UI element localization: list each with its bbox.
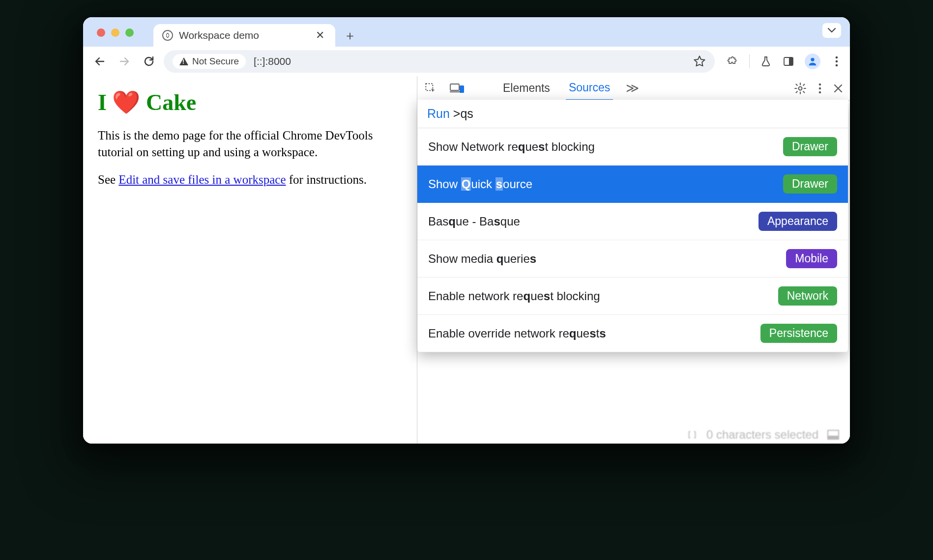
close-tab-button[interactable]: ✕	[314, 29, 326, 42]
command-item-label: Enable override network requests	[428, 327, 606, 340]
footer-text: 0 characters selected	[706, 428, 818, 442]
reload-button[interactable]	[139, 52, 159, 71]
tab-strip: Workspace demo ✕ ＋	[83, 17, 850, 47]
back-button[interactable]	[90, 52, 110, 71]
extensions-button[interactable]	[727, 55, 739, 68]
kebab-icon	[818, 83, 821, 94]
chevron-down-icon	[828, 28, 836, 33]
inspect-element-button[interactable]	[424, 82, 437, 95]
arrow-right-icon	[118, 56, 130, 67]
cmd-query-prefix: >	[453, 107, 461, 120]
heart-icon: ❤️	[112, 90, 140, 115]
security-label: Not Secure	[192, 56, 239, 67]
page-heading: I ❤️ Cake	[98, 89, 402, 115]
devtools-settings-button[interactable]	[794, 82, 807, 95]
devices-icon	[450, 83, 465, 94]
close-window-button[interactable]	[97, 28, 105, 37]
svg-point-12	[819, 87, 821, 89]
command-item-label: Show media queries	[428, 252, 536, 266]
svg-rect-1	[789, 57, 793, 65]
url-text: [::]:8000	[254, 56, 291, 67]
content-area: I ❤️ Cake This is the demo page for the …	[83, 76, 850, 444]
cmd-run-label: Run	[427, 107, 450, 120]
minimize-window-button[interactable]	[111, 28, 119, 37]
devtools-close-button[interactable]	[833, 84, 843, 93]
chrome-menu-button[interactable]	[830, 55, 843, 68]
gear-icon	[794, 82, 807, 95]
svg-rect-7	[450, 84, 459, 90]
tabs-dropdown-button[interactable]	[822, 23, 841, 38]
command-item-badge: Mobile	[786, 249, 837, 268]
para2-prefix: See	[98, 173, 118, 186]
command-menu-item[interactable]: Enable network request blockingNetwork	[417, 278, 848, 315]
command-item-label: Basque - Basque	[428, 215, 520, 228]
inspect-icon	[424, 82, 437, 95]
svg-point-4	[836, 60, 838, 63]
browser-tab[interactable]: Workspace demo ✕	[153, 24, 335, 47]
puzzle-icon	[727, 56, 739, 67]
new-tab-button[interactable]: ＋	[340, 26, 360, 45]
devtools-panel: Elements Sources ≫ Run	[417, 76, 850, 444]
command-item-badge: Drawer	[783, 137, 837, 156]
warning-icon	[179, 57, 188, 65]
forward-button[interactable]	[115, 52, 134, 71]
svg-point-2	[811, 58, 814, 61]
heading-prefix: I	[98, 90, 112, 115]
page-content: I ❤️ Cake This is the demo page for the …	[83, 76, 417, 444]
svg-point-3	[836, 56, 838, 59]
command-menu-item[interactable]: Show media queriesMobile	[417, 240, 848, 278]
security-chip[interactable]: Not Secure	[173, 54, 246, 69]
labs-button[interactable]	[759, 55, 772, 68]
cmd-query-text: qs	[460, 107, 473, 120]
more-tabs-button[interactable]: ≫	[626, 81, 639, 96]
brackets-icon	[687, 429, 698, 440]
arrow-left-icon	[94, 56, 106, 67]
tab-elements[interactable]: Elements	[500, 77, 553, 100]
svg-point-13	[819, 91, 821, 93]
heading-suffix: Cake	[140, 90, 196, 115]
browser-window: Workspace demo ✕ ＋ Not Secure [::]:8000	[83, 17, 850, 444]
tab-title: Workspace demo	[179, 29, 308, 41]
para2-suffix: for instructions.	[286, 173, 367, 186]
command-menu-item[interactable]: Show Network request blockingDrawer	[417, 128, 848, 166]
command-item-badge: Appearance	[758, 212, 837, 231]
command-menu-item[interactable]: Show Quick sourceDrawer	[417, 166, 848, 203]
command-menu: Run >qs Show Network request blockingDra…	[417, 100, 848, 352]
command-item-badge: Network	[778, 286, 837, 306]
command-menu-item[interactable]: Basque - BasqueAppearance	[417, 203, 848, 240]
command-item-label: Show Network request blocking	[428, 140, 595, 154]
panel-icon	[783, 56, 794, 67]
tab-sources[interactable]: Sources	[566, 76, 613, 101]
devtools-footer: 0 characters selected	[687, 428, 839, 442]
profile-button[interactable]	[805, 54, 820, 69]
toolbar-right	[720, 54, 843, 69]
svg-point-5	[836, 64, 838, 67]
person-icon	[807, 56, 818, 67]
window-traffic-lights	[97, 28, 134, 37]
page-paragraph-1: This is the demo page for the official C…	[98, 127, 402, 161]
page-paragraph-2: See Edit and save files in a workspace f…	[98, 171, 402, 188]
kebab-icon	[835, 56, 838, 67]
globe-icon	[162, 30, 173, 41]
svg-rect-15	[828, 436, 839, 439]
window-controls-right	[822, 23, 841, 38]
command-item-badge: Drawer	[783, 174, 837, 194]
devtools-menu-button[interactable]	[818, 83, 821, 94]
command-item-label: Show Quick source	[428, 177, 532, 191]
devtools-tab-bar: Elements Sources ≫	[417, 76, 850, 101]
browser-toolbar: Not Secure [::]:8000	[83, 47, 850, 76]
device-toolbar-button[interactable]	[450, 83, 465, 94]
sidepanel-button[interactable]	[782, 55, 795, 68]
bookmark-button[interactable]	[693, 55, 706, 68]
maximize-window-button[interactable]	[125, 28, 134, 37]
star-icon	[693, 55, 706, 68]
address-bar[interactable]: Not Secure [::]:8000	[164, 50, 715, 73]
command-item-label: Enable network request blocking	[428, 289, 600, 303]
svg-point-10	[799, 86, 802, 90]
flask-icon	[760, 56, 772, 67]
command-menu-item[interactable]: Enable override network requestsPersiste…	[417, 315, 848, 352]
command-menu-input[interactable]: Run >qs	[417, 100, 848, 128]
toolbar-divider	[749, 55, 750, 68]
command-item-badge: Persistence	[760, 324, 837, 343]
workspace-tutorial-link[interactable]: Edit and save files in a workspace	[118, 173, 286, 186]
